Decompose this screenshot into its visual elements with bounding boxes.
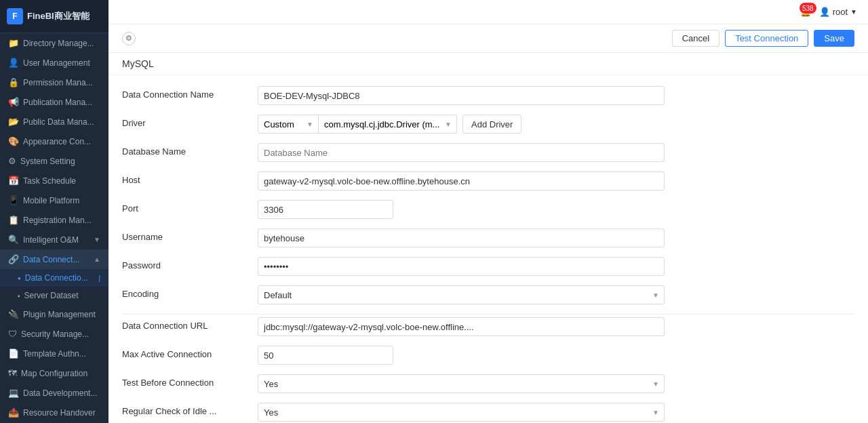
driver-type-select-wrapper: Custom ▼ — [258, 115, 319, 134]
template-icon: 📄 — [8, 348, 19, 359]
notification-badge: 538 — [800, 3, 816, 14]
add-driver-button[interactable]: Add Driver — [462, 115, 521, 134]
max-active-input[interactable] — [258, 346, 393, 365]
dev-icon: 💻 — [8, 388, 19, 398]
sidebar-item-mobile-platform[interactable]: 📱 Mobile Platform — [0, 190, 108, 210]
user-name: root — [833, 7, 848, 17]
folder-icon: 📁 — [8, 38, 19, 48]
regular-check-select[interactable]: Yes No — [258, 403, 665, 422]
driver-label: Driver — [122, 115, 258, 128]
nav-list: 📁 Directory Manage... 👤 User Management … — [0, 33, 108, 423]
max-active-control — [258, 346, 665, 365]
sidebar-item-data-connect[interactable]: 🔗 Data Connect... ▲ — [0, 249, 108, 269]
form-row-password: Password — [122, 257, 854, 276]
password-label: Password — [122, 257, 258, 270]
encoding-select-wrapper: Default UTF-8 GBK ▼ — [258, 285, 665, 304]
form-row-username: Username — [122, 228, 854, 247]
sidebar-item-public-data-mana[interactable]: 📂 Public Data Mana... — [0, 112, 108, 132]
form-row-regular-check: Regular Check of Idle ... Yes No ▼ — [122, 403, 854, 422]
sidebar-item-task-schedule[interactable]: 📅 Task Schedule — [0, 171, 108, 190]
url-control — [258, 317, 665, 336]
driver-value-select-wrapper: com.mysql.cj.jdbc.Driver (m... ▼ — [319, 115, 457, 134]
host-control — [258, 172, 665, 190]
driver-control: Custom ▼ com.mysql.cj.jdbc.Driver (m... … — [258, 115, 665, 134]
driver-row: Custom ▼ com.mysql.cj.jdbc.Driver (m... … — [258, 115, 665, 134]
notification-bell[interactable]: 🔔 538 — [800, 7, 811, 17]
content-toolbar: ⚙ Cancel Test Connection Save — [108, 24, 868, 53]
map-icon: 🗺 — [8, 368, 17, 378]
driver-type-select[interactable]: Custom — [258, 115, 319, 134]
connection-name-input[interactable] — [258, 86, 665, 105]
form-row-max-active: Max Active Connection — [122, 346, 854, 365]
driver-value-select[interactable]: com.mysql.cj.jdbc.Driver (m... — [319, 115, 457, 134]
toolbar-left: ⚙ — [122, 32, 136, 45]
sidebar-item-data-development[interactable]: 💻 Data Development... — [0, 383, 108, 403]
database-name-input[interactable] — [258, 143, 665, 162]
form-row-test-before: Test Before Connection Yes No ▼ — [122, 374, 854, 393]
password-control — [258, 257, 665, 276]
sidebar-item-publication-mana[interactable]: 📢 Publication Mana... — [0, 92, 108, 112]
regular-check-label: Regular Check of Idle ... — [122, 403, 258, 416]
username-control — [258, 228, 665, 247]
cancel-button[interactable]: Cancel — [672, 30, 719, 47]
regular-check-select-wrapper: Yes No ▼ — [258, 403, 665, 422]
lock-icon: 🔒 — [8, 77, 19, 87]
user-icon: 👤 — [819, 7, 830, 17]
chevron-down-icon: ▼ — [94, 236, 100, 243]
mobile-icon: 📱 — [8, 195, 19, 205]
encoding-label: Encoding — [122, 285, 258, 299]
security-icon: 🛡 — [8, 329, 17, 339]
appearance-icon: 🎨 — [8, 136, 19, 146]
sidebar-item-map-configuration[interactable]: 🗺 Map Configuration — [0, 363, 108, 383]
url-label: Data Connection URL — [122, 317, 258, 331]
test-before-select[interactable]: Yes No — [258, 374, 665, 393]
form-row-port: Port — [122, 200, 854, 219]
resource-icon: 📤 — [8, 407, 19, 418]
sidebar-item-permission-mana[interactable]: 🔒 Permission Mana... — [0, 73, 108, 92]
form-row-encoding: Encoding Default UTF-8 GBK ▼ — [122, 285, 854, 304]
sidebar-item-resource-handover[interactable]: 📤 Resource Handover — [0, 403, 108, 422]
form-area: Data Connection Name Driver Custom — [108, 75, 868, 423]
port-label: Port — [122, 200, 258, 214]
sidebar-item-intelligent-om[interactable]: 🔍 Intelligent O&M ▼ — [0, 230, 108, 249]
connection-name-label: Data Connection Name — [122, 86, 258, 100]
port-input[interactable] — [258, 200, 393, 219]
schedule-icon: 📅 — [8, 176, 19, 186]
sidebar-item-registration-mana[interactable]: 📋 Registration Man... — [0, 210, 108, 230]
host-input[interactable] — [258, 172, 665, 190]
sidebar-item-data-connections[interactable]: ● Data Connectio... | — [0, 269, 108, 287]
user-icon: 👤 — [8, 58, 19, 68]
publication-icon: 📢 — [8, 97, 19, 107]
divider-1 — [122, 314, 854, 315]
test-connection-button[interactable]: Test Connection — [725, 30, 808, 47]
active-indicator: | — [98, 275, 100, 282]
sidebar-item-system-setting[interactable]: ⚙ System Setting — [0, 151, 108, 171]
sidebar-item-directory-manage[interactable]: 📁 Directory Manage... — [0, 33, 108, 53]
form-row-connection-name: Data Connection Name — [122, 86, 854, 105]
sub-nav-label2: Server Dataset — [24, 291, 79, 300]
app-logo: F FineBI商业智能 — [0, 0, 108, 33]
username-input[interactable] — [258, 228, 665, 247]
app-title: FineBI商业智能 — [27, 10, 90, 22]
sidebar-item-appearance-con[interactable]: 🎨 Appearance Con... — [0, 132, 108, 151]
db-type-title: MySQL — [108, 53, 868, 75]
sidebar-item-plugin-management[interactable]: 🔌 Plugin Management — [0, 304, 108, 324]
save-button[interactable]: Save — [814, 30, 854, 47]
host-label: Host — [122, 172, 258, 185]
password-input[interactable] — [258, 257, 665, 276]
sidebar-item-security-manage[interactable]: 🛡 Security Manage... — [0, 324, 108, 344]
max-active-label: Max Active Connection — [122, 346, 258, 359]
sidebar-item-template-authn[interactable]: 📄 Template Authn... — [0, 344, 108, 363]
test-before-control: Yes No ▼ — [258, 374, 665, 393]
sidebar-item-user-management[interactable]: 👤 User Management — [0, 53, 108, 73]
toolbar-buttons: Cancel Test Connection Save — [672, 30, 854, 47]
encoding-select[interactable]: Default UTF-8 GBK — [258, 285, 665, 304]
url-input[interactable] — [258, 317, 665, 336]
sidebar-item-server-dataset[interactable]: ▪ Server Dataset — [0, 287, 108, 304]
chevron-down-icon: ▼ — [850, 8, 857, 16]
user-menu[interactable]: 👤 root ▼ — [819, 7, 857, 17]
database-name-label: Database Name — [122, 143, 258, 157]
intelligent-icon: 🔍 — [8, 235, 19, 245]
settings-circle-icon: ⚙ — [122, 32, 136, 45]
database-name-control — [258, 143, 665, 162]
